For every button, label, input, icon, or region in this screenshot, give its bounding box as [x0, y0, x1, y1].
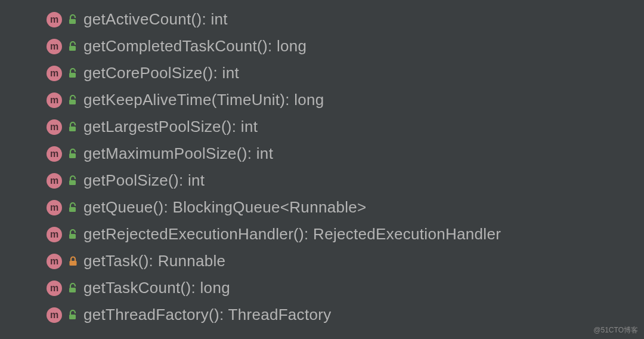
method-label: getThreadFactory(): ThreadFactory	[83, 306, 331, 324]
list-item[interactable]: m getActiveCount(): int	[0, 6, 644, 33]
unlock-icon	[68, 95, 78, 106]
unlock-icon	[68, 283, 78, 294]
unlock-icon	[68, 41, 78, 52]
svg-rect-9	[69, 261, 76, 266]
method-label: getKeepAliveTime(TimeUnit): long	[83, 91, 324, 109]
method-label: getTask(): Runnable	[83, 252, 225, 270]
list-item[interactable]: m getLargestPoolSize(): int	[0, 113, 644, 140]
list-item[interactable]: m getThreadFactory(): ThreadFactory	[0, 301, 644, 328]
method-icon: m	[47, 173, 62, 189]
unlock-icon	[68, 149, 78, 159]
svg-rect-0	[69, 19, 76, 24]
list-item[interactable]: m getKeepAliveTime(TimeUnit): long	[0, 87, 644, 113]
list-item[interactable]: m getQueue(): BlockingQueue<Runnable>	[0, 194, 644, 221]
svg-rect-7	[69, 207, 76, 212]
lock-icon	[68, 256, 78, 267]
svg-rect-11	[69, 315, 76, 319]
method-icon: m	[47, 254, 62, 269]
unlock-icon	[68, 202, 78, 213]
svg-rect-1	[69, 46, 76, 51]
list-item[interactable]: m getMaximumPoolSize(): int	[0, 140, 644, 167]
unlock-icon	[68, 229, 78, 240]
watermark: @51CTO博客	[593, 325, 638, 335]
unlock-icon	[68, 310, 78, 320]
list-item[interactable]: m getTask(): Runnable	[0, 248, 644, 275]
method-label: getTaskCount(): long	[83, 279, 230, 297]
list-item[interactable]: m getCompletedTaskCount(): long	[0, 33, 644, 60]
method-label: getQueue(): BlockingQueue<Runnable>	[83, 198, 367, 217]
method-icon: m	[47, 39, 62, 54]
method-label: getPoolSize(): int	[83, 171, 205, 190]
method-icon: m	[47, 227, 62, 242]
unlock-icon	[68, 175, 78, 186]
method-label: getActiveCount(): int	[83, 10, 228, 29]
method-label: getRejectedExecutionHandler(): RejectedE…	[83, 225, 501, 244]
method-icon: m	[47, 12, 62, 27]
svg-rect-5	[69, 153, 76, 158]
list-item[interactable]: m getPoolSize(): int	[0, 167, 644, 194]
svg-rect-8	[69, 234, 76, 239]
unlock-icon	[68, 122, 78, 132]
svg-rect-10	[69, 288, 76, 292]
list-item[interactable]: m getCorePoolSize(): int	[0, 60, 644, 87]
method-icon: m	[47, 281, 62, 296]
unlock-icon	[68, 68, 78, 79]
svg-rect-2	[69, 73, 76, 78]
svg-rect-4	[69, 127, 76, 131]
method-icon: m	[47, 146, 62, 162]
svg-rect-6	[69, 180, 76, 185]
method-icon: m	[47, 307, 62, 323]
method-label: getCompletedTaskCount(): long	[83, 37, 306, 56]
method-icon: m	[47, 200, 62, 215]
method-label: getCorePoolSize(): int	[83, 64, 239, 82]
method-icon: m	[47, 66, 62, 81]
method-icon: m	[47, 93, 62, 108]
list-item[interactable]: m getTaskCount(): long	[0, 275, 644, 301]
list-item[interactable]: m getRejectedExecutionHandler(): Rejecte…	[0, 221, 644, 248]
method-icon: m	[47, 119, 62, 135]
method-list: m getActiveCount(): int m getCompletedTa…	[0, 6, 644, 328]
svg-rect-3	[69, 100, 76, 104]
method-label: getMaximumPoolSize(): int	[83, 144, 273, 163]
unlock-icon	[68, 14, 78, 25]
method-label: getLargestPoolSize(): int	[83, 118, 258, 136]
